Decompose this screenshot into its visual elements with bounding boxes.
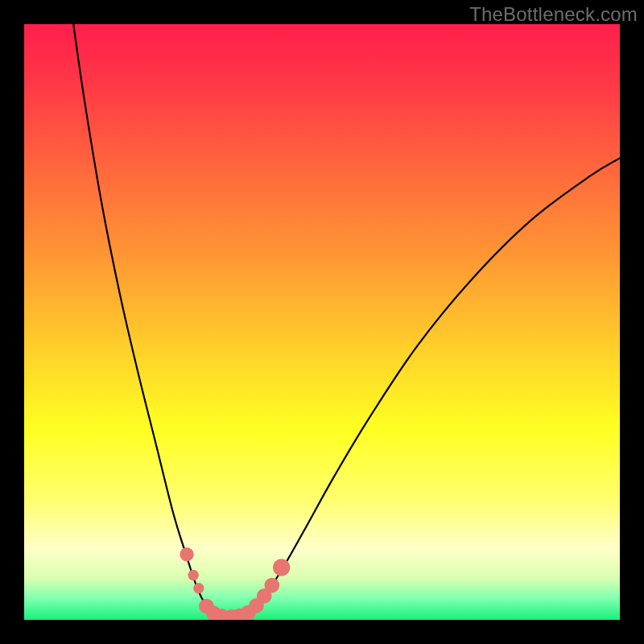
gradient-background: [24, 24, 620, 620]
chart-frame: TheBottleneck.com: [0, 0, 644, 644]
watermark-text: TheBottleneck.com: [469, 3, 638, 26]
chart-svg: [24, 24, 620, 620]
curve-marker: [265, 578, 280, 593]
plot-area: [24, 24, 620, 620]
curve-marker: [193, 583, 204, 593]
curve-marker: [273, 559, 290, 576]
curve-marker: [180, 547, 193, 561]
curve-marker: [188, 570, 199, 580]
